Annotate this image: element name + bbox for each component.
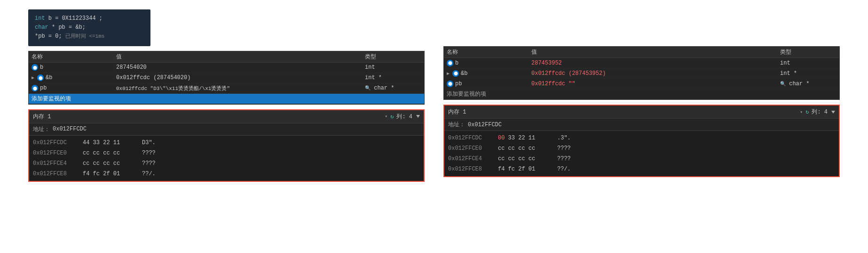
right-byte-2-1: cc xyxy=(508,155,519,162)
left-watch-val-b: 287454020 xyxy=(116,64,365,71)
right-watch-row-b: ⬤ b 287453952 int xyxy=(444,58,839,68)
right-byte-2-3: cc xyxy=(529,155,535,162)
right-byte-0-1: 33 xyxy=(508,135,519,141)
right-expand-icon-addr-b[interactable]: ▶ xyxy=(447,71,450,76)
left-watch-type-pb-text: char * xyxy=(374,85,394,91)
code-semi-1: ; xyxy=(99,15,103,22)
right-search-icon-pb[interactable]: 🔍 xyxy=(780,82,786,87)
right-mem-ascii-1: ???? xyxy=(557,144,571,153)
right-watch-col-name: 名称 xyxy=(447,48,531,56)
left-watch-name-pb: ⬤ pb xyxy=(32,85,116,91)
right-watch-col-type: 类型 xyxy=(780,48,836,56)
right-mem-addr-0: 0x012FFCDC xyxy=(448,134,490,142)
left-addr-label: 地址： xyxy=(33,125,50,133)
right-watch-row-addr-b: ▶ ⬤ &b 0x012ffcdc (287453952) int * xyxy=(444,68,839,79)
left-mem-addr-1: 0x012FFCE0 xyxy=(33,149,75,157)
right-byte-3-2: 2f xyxy=(518,166,529,172)
left-watch-val-pb: 0x012ffcdc "D3\"\x11烫烫烫酯/\x1烫烫烫" xyxy=(116,85,365,92)
left-memory-refresh-icon[interactable]: ↻ xyxy=(390,113,394,120)
left-watch-header: 名称 值 类型 xyxy=(29,51,424,63)
code-text-3: *pb = 0; xyxy=(35,33,65,40)
code-keyword-int: int xyxy=(35,15,45,22)
left-col-dropdown-icon[interactable] xyxy=(416,115,420,118)
right-byte-1-1: cc xyxy=(508,145,519,152)
left-mem-bytes-0: 44 33 22 11 xyxy=(83,139,134,147)
right-watch-val-b: 287453952 xyxy=(531,60,780,66)
right-watch-type-pb-text: char * xyxy=(789,81,809,87)
left-memory-panel: 内存 1 ▾ ↻ 列: 4 地址： 0x012FFCDC 0x012FFCDC … xyxy=(28,109,425,182)
left-watch-type-b: int xyxy=(365,64,421,71)
left-byte-1-2: cc xyxy=(103,150,113,156)
right-mem-row-0: 0x012FFCDC 00 33 22 11 .3". xyxy=(448,133,835,143)
code-line-1: int b = 0X11223344 ; xyxy=(35,14,144,23)
right-watch-icon-addr-b: ⬤ xyxy=(452,70,459,77)
right-watch-type-pb: 🔍 char * xyxy=(780,81,836,87)
right-memory-dropdown-icon[interactable]: ▾ xyxy=(800,109,803,115)
left-byte-0-3: 11 xyxy=(113,139,120,146)
left-mem-ascii-3: ??/. xyxy=(142,170,156,178)
right-mem-ascii-2: ???? xyxy=(557,155,571,163)
right-watch-header: 名称 值 类型 xyxy=(444,47,839,58)
left-mem-ascii-0: D3". xyxy=(142,139,156,147)
right-watch-row-pb: ⬤ pb 0x012ffcdc "" 🔍 char * xyxy=(444,79,839,89)
left-memory-content: 0x012FFCDC 44 33 22 11 D3". 0x012FFCE0 c… xyxy=(29,136,424,181)
left-memory-header: 内存 1 ▾ ↻ 列: 4 xyxy=(29,110,424,123)
left-watch-row-addr-b: ▶ ⬤ &b 0x012ffcdc (287454020) int * xyxy=(29,73,424,83)
right-mem-row-2: 0x012FFCE4 cc cc cc cc ???? xyxy=(448,154,835,164)
right-addr-value[interactable]: 0x012FFCDC xyxy=(468,122,502,128)
right-memory-address-bar: 地址： 0x012FFCDC xyxy=(444,119,839,131)
right-watch-name-b: ⬤ b xyxy=(447,60,531,66)
left-watch-row-b: ⬤ b 287454020 int xyxy=(29,63,424,73)
right-mem-bytes-2: cc cc cc cc xyxy=(498,155,550,163)
left-watch-col-value: 值 xyxy=(116,53,365,61)
right-watch-val-addr-b: 0x012ffcdc (287453952) xyxy=(531,70,780,77)
right-byte-2-0: cc xyxy=(498,155,508,162)
left-byte-1-0: cc xyxy=(83,150,93,156)
right-addr-label: 地址： xyxy=(448,121,465,129)
left-mem-addr-2: 0x012FFCE4 xyxy=(33,159,75,168)
code-num-1: 0X11223344 xyxy=(62,15,96,22)
right-memory-refresh-icon[interactable]: ↻ xyxy=(805,108,809,115)
left-watch-add-label: 添加要监视的项 xyxy=(32,95,116,103)
code-text-1: b = xyxy=(48,15,62,22)
left-mem-row-2: 0x012FFCE4 cc cc cc cc ???? xyxy=(33,158,420,169)
left-watch-name-addr-b: ▶ ⬤ &b xyxy=(32,74,116,81)
right-byte-1-3: cc xyxy=(529,145,535,152)
left-mem-ascii-2: ???? xyxy=(142,159,156,168)
left-memory-dropdown-icon[interactable]: ▾ xyxy=(385,114,387,119)
left-byte-3-3: 01 xyxy=(113,171,120,177)
left-addr-value[interactable]: 0x012FFCDC xyxy=(53,126,87,132)
right-byte-0-0: 00 xyxy=(498,135,508,141)
left-watch-label-b: b xyxy=(40,64,43,71)
left-expand-icon-addr-b[interactable]: ▶ xyxy=(32,75,34,81)
right-mem-bytes-1: cc cc cc cc xyxy=(498,144,550,153)
left-mem-row-3: 0x012FFCE8 f4 fc 2f 01 ??/. xyxy=(33,169,420,179)
left-mem-bytes-1: cc cc cc cc xyxy=(83,149,134,157)
right-watch-name-addr-b: ▶ ⬤ &b xyxy=(447,70,531,77)
right-watch-label-pb: pb xyxy=(455,81,462,87)
left-watch-add-item[interactable]: 添加要监视的项 xyxy=(29,94,424,104)
right-col-dropdown-icon[interactable] xyxy=(831,111,835,114)
left-mem-row-1: 0x012FFCE0 cc cc cc cc ???? xyxy=(33,148,420,158)
left-watch-name-b: ⬤ b xyxy=(32,64,116,71)
right-watch-add-item[interactable]: 添加要监视的项 xyxy=(444,89,839,99)
right-memory-controls: ▾ ↻ 列: 4 xyxy=(800,108,835,116)
left-mem-addr-3: 0x012FFCE8 xyxy=(33,170,75,178)
right-memory-title: 内存 1 xyxy=(448,108,466,116)
left-mem-row-0: 0x012FFCDC 44 33 22 11 D3". xyxy=(33,138,420,148)
right-mem-row-3: 0x012FFCE8 f4 fc 2f 01 ??/. xyxy=(448,164,835,174)
right-watch-icon-b: ⬤ xyxy=(447,60,453,66)
left-memory-controls: ▾ ↻ 列: 4 xyxy=(385,113,420,121)
right-mem-ascii-0: .3". xyxy=(557,134,571,142)
left-watch-icon-addr-b: ⬤ xyxy=(37,74,44,81)
left-search-icon-pb[interactable]: 🔍 xyxy=(365,86,371,91)
left-byte-2-3: cc xyxy=(113,160,120,167)
left-byte-0-2: 22 xyxy=(103,139,113,146)
right-byte-0-2: 22 xyxy=(518,135,529,141)
right-mem-addr-2: 0x012FFCE4 xyxy=(448,155,490,163)
left-watch-label-addr-b: &b xyxy=(46,74,52,81)
right-mem-addr-3: 0x012FFCE8 xyxy=(448,165,490,173)
right-watch-col-value: 值 xyxy=(531,48,780,56)
left-byte-1-1: cc xyxy=(93,150,103,156)
right-memory-header: 内存 1 ▾ ↻ 列: 4 xyxy=(444,106,839,119)
